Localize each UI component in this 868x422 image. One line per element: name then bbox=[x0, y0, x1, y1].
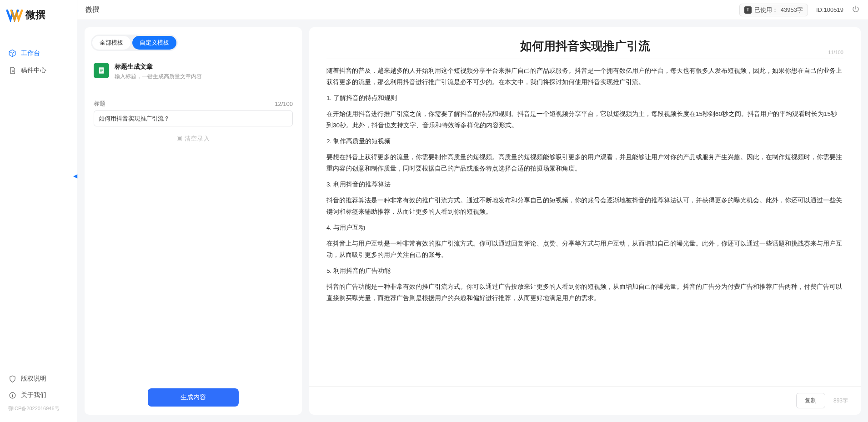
output-body: 随着抖音的普及，越来越多的人开始利用这个短视频分享平台来推广自己的产品或服务。抖… bbox=[326, 65, 843, 304]
output-paragraph: 3. 利用抖音的推荐算法 bbox=[326, 179, 843, 191]
output-paragraph: 随着抖音的普及，越来越多的人开始利用这个短视频分享平台来推广自己的产品或服务。抖… bbox=[326, 65, 843, 88]
tab-custom-templates[interactable]: 自定义模板 bbox=[132, 36, 176, 50]
output-paragraph: 2. 制作高质量的短视频 bbox=[326, 136, 843, 147]
nav-label: 工作台 bbox=[21, 49, 40, 57]
foot-label: 版权说明 bbox=[21, 375, 46, 383]
brand-name: 微撰 bbox=[25, 8, 45, 22]
info-icon bbox=[8, 391, 16, 399]
template-desc: 输入标题，一键生成高质量文章内容 bbox=[115, 73, 202, 80]
output-paragraph: 4. 与用户互动 bbox=[326, 222, 843, 234]
foot-label: 关于我们 bbox=[21, 391, 46, 399]
output-paragraph: 要想在抖音上获得更多的流量，你需要制作高质量的短视频。高质量的短视频能够吸引更多… bbox=[326, 152, 843, 175]
output-title: 如何用抖音实现推广引流 bbox=[520, 38, 650, 54]
input-panel: 全部模板 自定义模板 标题生成文章 输入标题，一键生成高质量文章内容 标题 bbox=[85, 27, 302, 415]
sidebar-footer: 版权说明 关于我们 鄂ICP备2022016946号 bbox=[0, 371, 77, 422]
template-tabs: 全部模板 自定义模板 bbox=[91, 35, 178, 51]
output-title-count: 11/100 bbox=[828, 50, 843, 55]
output-paragraph: 抖音的推荐算法是一种非常有效的推广引流方式。通过不断地发布和分享自己的短视频，你… bbox=[326, 195, 843, 218]
input-label: 标题 bbox=[94, 100, 105, 108]
output-paragraph: 5. 利用抖音的广告功能 bbox=[326, 266, 843, 277]
nav-list: 工作台 稿件中心 bbox=[0, 45, 77, 79]
tab-all-templates[interactable]: 全部模板 bbox=[92, 36, 130, 50]
output-paragraph: 抖音的广告功能是一种非常有效的推广引流方式。你可以通过广告投放来让更多的人看到你… bbox=[326, 281, 843, 304]
page-title: 微撰 bbox=[85, 5, 99, 14]
cube-icon bbox=[8, 49, 16, 57]
sidebar-item-workspace[interactable]: 工作台 bbox=[0, 45, 77, 62]
output-char-count: 893字 bbox=[833, 397, 848, 405]
input-counter: 12/100 bbox=[275, 100, 293, 107]
usage-badge: T 已使用： 43953字 bbox=[739, 4, 808, 16]
nav-label: 稿件中心 bbox=[21, 66, 46, 75]
usage-label: 已使用： bbox=[754, 6, 778, 14]
output-panel: 如何用抖音实现推广引流 11/100 随着抖音的普及，越来越多的人开始利用这个短… bbox=[309, 27, 861, 415]
icp-text: 鄂ICP备2022016946号 bbox=[0, 403, 77, 417]
power-icon[interactable] bbox=[852, 5, 860, 15]
output-paragraph: 在抖音上与用户互动是一种非常有效的推广引流方式。你可以通过回复评论、点赞、分享等… bbox=[326, 238, 843, 261]
user-id: ID:100519 bbox=[816, 6, 843, 13]
logo: 微撰 bbox=[0, 0, 77, 22]
copy-button[interactable]: 复制 bbox=[796, 393, 825, 408]
topbar: 微撰 T 已使用： 43953字 ID:100519 bbox=[77, 0, 868, 20]
output-paragraph: 在开始使用抖音进行推广引流之前，你需要了解抖音的特点和规则。抖音是一个短视频分享… bbox=[326, 109, 843, 131]
template-title: 标题生成文章 bbox=[115, 63, 202, 71]
brand-logo-icon bbox=[6, 8, 23, 22]
document-icon bbox=[94, 63, 109, 78]
output-content: 如何用抖音实现推广引流 11/100 随着抖音的普及，越来越多的人开始利用这个短… bbox=[309, 27, 861, 386]
file-icon bbox=[8, 66, 16, 75]
clear-input-button[interactable]: ▣ 清空录入 bbox=[94, 135, 293, 143]
collapse-sidebar-icon[interactable]: ◀ bbox=[73, 173, 77, 179]
output-paragraph: 1. 了解抖音的特点和规则 bbox=[326, 93, 843, 104]
shield-icon bbox=[8, 375, 16, 383]
usage-value: 43953字 bbox=[781, 6, 803, 14]
template-card: 标题生成文章 输入标题，一键生成高质量文章内容 bbox=[85, 55, 302, 87]
sidebar-item-copyright[interactable]: 版权说明 bbox=[0, 371, 77, 387]
generate-button[interactable]: 生成内容 bbox=[148, 388, 239, 407]
text-icon: T bbox=[744, 6, 752, 14]
sidebar-item-drafts[interactable]: 稿件中心 bbox=[0, 62, 77, 79]
sidebar: 微撰 工作台 稿件中心 ◀ 版权说明 bbox=[0, 0, 77, 422]
sidebar-item-about[interactable]: 关于我们 bbox=[0, 387, 77, 403]
title-input[interactable] bbox=[94, 111, 293, 126]
